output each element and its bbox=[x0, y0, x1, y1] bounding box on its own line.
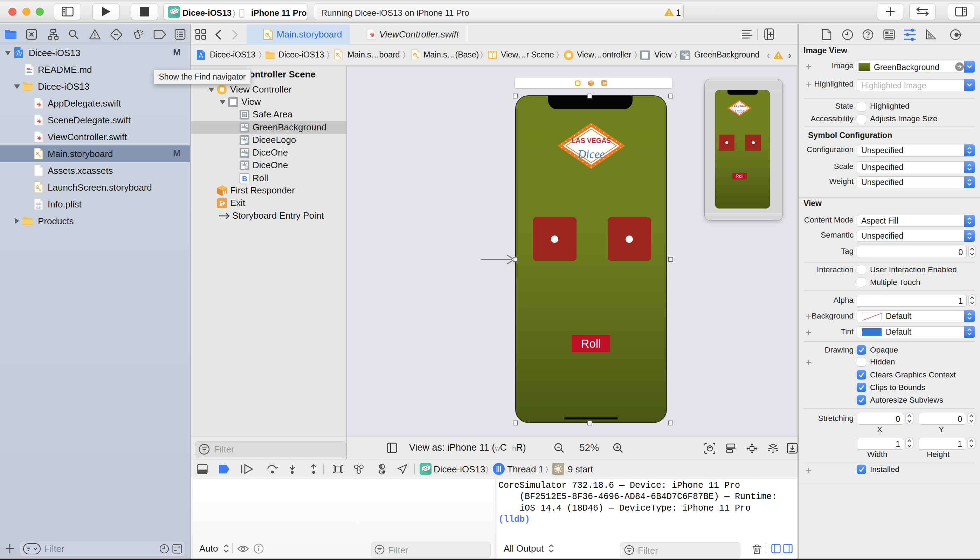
svg-text:PLIST: PLIST bbox=[36, 207, 42, 209]
svg-text:B: B bbox=[242, 175, 247, 183]
svg-text:Dicee: Dicee bbox=[734, 108, 744, 113]
svg-text:Dicee: Dicee bbox=[578, 148, 605, 160]
svg-text:LAS VEGAS: LAS VEGAS bbox=[733, 105, 747, 108]
svg-text:LAS VEGAS: LAS VEGAS bbox=[571, 137, 611, 144]
svg-text:1: 1 bbox=[224, 191, 226, 195]
